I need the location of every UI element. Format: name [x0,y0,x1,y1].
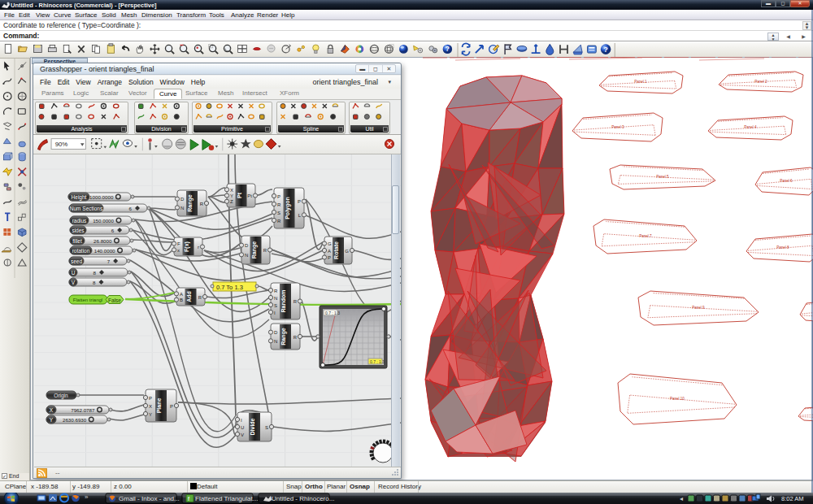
svg-text:150.0000: 150.0000 [93,218,114,224]
svg-text:◂: ◂ [680,495,683,502]
svg-text:R: R [263,248,267,253]
svg-text:R: R [200,202,204,206]
svg-text:S: S [277,211,280,215]
svg-text:8: 8 [93,270,97,276]
svg-text:False: False [108,298,121,303]
svg-text:Rotate: Rotate [333,241,339,259]
svg-text:N: N [180,206,184,211]
svg-text:6: 6 [111,228,115,233]
svg-text:Plane: Plane [156,398,162,414]
svg-text:X: X [50,407,54,413]
svg-text:R: R [198,295,202,300]
svg-text:Panel 3: Panel 3 [611,125,624,129]
svg-text:A: A [328,249,331,254]
svg-text:8:02 AM: 8:02 AM [781,495,804,502]
svg-text:N: N [274,296,277,301]
svg-text:Panel 10: Panel 10 [670,397,685,401]
svg-text:N: N [245,253,248,258]
svg-text:Origin: Origin [54,393,68,399]
svg-text:G: G [345,249,349,254]
svg-text:G: G [328,241,332,246]
svg-text:R: R [293,299,298,304]
svg-text:Y: Y [50,417,54,423]
svg-text:90%: 90% [55,141,68,148]
svg-text:sides: sides [72,228,85,233]
svg-text:140.0000: 140.0000 [94,248,115,254]
svg-text:V: V [72,280,76,285]
svg-text:x: x [177,248,180,253]
svg-text:U: U [241,425,244,430]
svg-text:6: 6 [129,206,133,211]
svg-text:V: V [241,432,244,437]
svg-text:Panel 5: Panel 5 [656,175,669,179]
svg-text:7962.0787: 7962.0787 [71,407,95,413]
svg-text:Range: Range [187,194,193,212]
svg-text:r: r [198,245,199,250]
svg-text:rotation: rotation [72,248,90,254]
svg-text:0.7 ; 1.3: 0.7 ; 1.3 [325,311,340,315]
svg-text:7: 7 [107,259,111,264]
svg-text:Pt: Pt [237,192,242,198]
svg-text:Range: Range [280,328,287,345]
svg-text:Y: Y [149,412,152,417]
svg-text:Panel 8: Panel 8 [776,245,789,250]
svg-text:F(x): F(x) [184,241,190,252]
svg-text:F: F [177,241,180,246]
svg-text:P: P [277,194,280,199]
svg-text:2630.6930: 2630.6930 [63,417,87,423]
svg-text:0.7 ; 1.3: 0.7 ; 1.3 [370,359,385,364]
svg-text:26.8000: 26.8000 [93,238,112,244]
svg-text:Pt: Pt [247,193,252,198]
svg-text:Flattened Triangulat...: Flattened Triangulat... [195,495,258,502]
svg-text:R: R [277,202,281,207]
svg-text:1000.0000: 1000.0000 [89,194,114,200]
svg-text:0.7 To 1.3: 0.7 To 1.3 [216,284,243,291]
svg-text:S: S [274,303,277,308]
svg-text:R: R [274,289,278,293]
svg-text:radius: radius [72,218,87,224]
svg-text:Untitled - Rhinocero...: Untitled - Rhinocero... [272,495,334,502]
svg-text:X: X [149,404,152,409]
svg-text:Gmail - Inbox - and...: Gmail - Inbox - and... [119,495,180,502]
svg-text:S: S [265,425,268,430]
svg-text:D: D [274,330,278,335]
svg-text:B: B [180,298,183,302]
svg-text:Flatten triangl: Flatten triangl [73,298,102,302]
svg-text:D: D [245,243,249,248]
svg-text:Polygon: Polygon [285,197,291,219]
svg-text:Range: Range [251,241,258,259]
svg-text:N: N [274,339,277,344]
svg-text:R: R [293,335,298,340]
svg-text:Panel 2: Panel 2 [754,80,767,84]
svg-text:Z: Z [230,199,233,204]
svg-text:Panel 6: Panel 6 [780,179,793,183]
svg-text:P: P [328,255,331,260]
svg-text:?: ? [603,46,608,54]
svg-text:Panel 1: Panel 1 [634,80,647,84]
svg-text:»: » [85,493,89,501]
svg-text:8: 8 [93,280,96,285]
svg-text:P: P [170,404,173,409]
svg-text:X: X [230,188,233,193]
svg-text:P: P [298,199,301,204]
svg-text:Divide: Divide [250,418,255,435]
svg-text:Panel 9: Panel 9 [692,306,705,310]
svg-text:Num Sections: Num Sections [70,206,103,211]
svg-text:Add: Add [186,291,192,302]
svg-text:Y: Y [230,193,233,198]
svg-text:P: P [149,396,152,401]
svg-text:Panel 4: Panel 4 [744,125,757,129]
svg-text:Height: Height [72,194,87,201]
svg-text:D: D [180,197,185,202]
svg-text:seed: seed [71,259,82,264]
svg-text:?: ? [446,46,450,53]
svg-text:fillet: fillet [72,238,82,244]
svg-text:R: R [277,219,281,224]
svg-text:Panel 7: Panel 7 [639,234,652,238]
svg-text:U: U [72,270,76,276]
svg-text:Random: Random [280,290,286,313]
svg-text:A: A [180,292,183,297]
